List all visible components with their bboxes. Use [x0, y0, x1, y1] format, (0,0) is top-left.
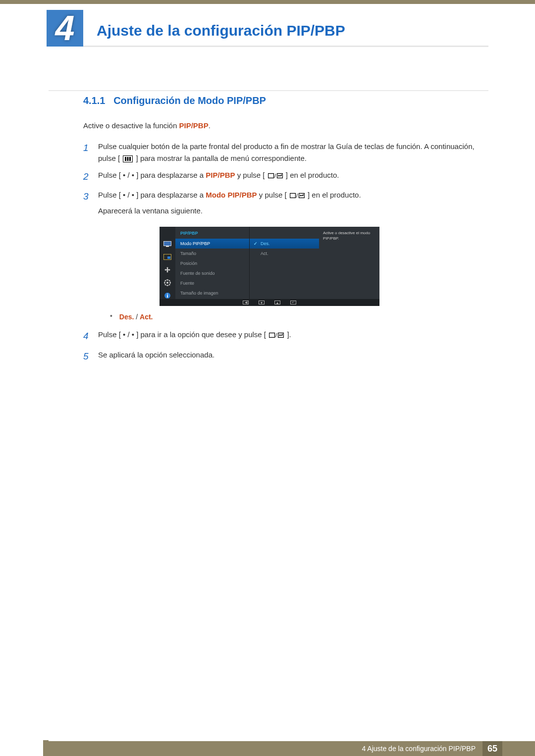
- step-5: 5 Se aplicará la opción seleccionada.: [83, 349, 488, 364]
- svg-rect-27: [269, 333, 275, 338]
- chapter-title: Ajuste de la configuración PIP/PBP: [97, 22, 345, 39]
- svg-rect-4: [268, 174, 273, 178]
- info-icon: [163, 292, 171, 299]
- nav-left-icon: ◀: [243, 301, 249, 304]
- nav-down-icon: ▼: [259, 301, 265, 304]
- step-number: 3: [83, 189, 91, 217]
- footer-text: 4 Ajuste de la configuración PIP/PBP: [362, 741, 482, 756]
- svg-text:/: /: [274, 173, 276, 179]
- source-enter-icon: /: [268, 172, 283, 179]
- keyword-modo-pip-pbp: Modo PIP/PBP: [206, 191, 257, 199]
- svg-rect-1: [125, 157, 126, 161]
- settings-icon: [163, 279, 171, 286]
- bullet-dot: •: [110, 312, 112, 320]
- keyword-pip-pbp: PIP/PBP: [206, 171, 235, 179]
- svg-point-26: [167, 294, 168, 295]
- osd-title: PIP/PBP: [175, 227, 249, 239]
- position-icon: [163, 266, 171, 273]
- page-number: 65: [482, 741, 502, 756]
- step-1: 1 Pulse cualquier botón de la parte fron…: [83, 141, 488, 164]
- svg-point-15: [166, 282, 168, 284]
- osd-sidebar: [160, 227, 175, 306]
- step-number: 2: [83, 169, 91, 184]
- step-number: 4: [83, 329, 91, 344]
- osd-help-text: Active o desactive el modo PIP/PBP.: [319, 227, 379, 306]
- display-icon: [163, 241, 171, 248]
- osd-menu-column: PIP/PBP Modo PIP/PBP Tamaño Posición Fue…: [175, 227, 250, 306]
- step-3: 3 Pulse [ • / • ] para desplazarse a Mod…: [83, 189, 488, 217]
- source-enter-icon: /: [269, 332, 284, 339]
- osd-screenshot: PIP/PBP Modo PIP/PBP Tamaño Posición Fue…: [160, 227, 379, 306]
- section-number: 4.1.1: [83, 95, 105, 106]
- footer-left-stripe: [43, 740, 49, 756]
- options-bullet: • Des. / Act.: [110, 313, 488, 321]
- osd-row: Fuente de sonido: [175, 268, 249, 278]
- chapter-number: 4: [55, 11, 75, 46]
- content-area: 4.1.1 Configuración de Modo PIP/PBP Acti…: [83, 95, 488, 369]
- svg-rect-7: [290, 194, 295, 198]
- svg-rect-25: [167, 295, 168, 298]
- section-line: [49, 90, 488, 91]
- osd-row: Posición: [175, 258, 249, 268]
- svg-text:/: /: [275, 332, 277, 338]
- svg-rect-10: [164, 242, 171, 246]
- pip-icon: [163, 253, 171, 260]
- osd-row-selected: Modo PIP/PBP: [175, 239, 249, 249]
- svg-text:/: /: [296, 193, 298, 199]
- footer-bar: 4 Ajuste de la configuración PIP/PBP 65: [49, 741, 535, 756]
- section-title: Configuración de Modo PIP/PBP: [113, 95, 266, 106]
- title-underline: [83, 46, 488, 47]
- step-4: 4 Pulse [ • / • ] para ir a la opción qu…: [83, 329, 488, 344]
- intro-text: Active o desactive la función PIP/PBP.: [83, 121, 488, 130]
- option-des: Des.: [119, 313, 134, 321]
- svg-rect-2: [127, 157, 129, 161]
- osd-value: Act.: [250, 249, 319, 258]
- option-act: Act.: [140, 313, 153, 321]
- step-number: 5: [83, 349, 91, 364]
- svg-rect-13: [167, 256, 170, 259]
- top-bar: [0, 0, 535, 4]
- osd-row: Tamaño: [175, 249, 249, 258]
- source-enter-icon: /: [290, 192, 305, 199]
- svg-rect-3: [129, 157, 131, 161]
- step-3-extra: Aparecerá la ventana siguiente.: [98, 205, 361, 217]
- nav-enter-icon: ↵: [290, 301, 296, 304]
- svg-rect-11: [166, 246, 169, 247]
- section-heading: 4.1.1 Configuración de Modo PIP/PBP: [83, 95, 488, 106]
- nav-up-icon: ▲: [274, 301, 280, 304]
- osd-row: Tamaño de imagen: [175, 288, 249, 298]
- step-number: 1: [83, 141, 91, 164]
- osd-value-selected: Des.: [250, 239, 319, 249]
- step-2: 2 Pulse [ • / • ] para desplazarse a PIP…: [83, 169, 488, 184]
- osd-values-column: Des. Act.: [250, 227, 319, 306]
- keyword-pip-pbp: PIP/PBP: [179, 121, 208, 130]
- chapter-badge: 4: [47, 10, 83, 47]
- osd-footer: ◀ ▼ ▲ ↵: [160, 299, 379, 306]
- osd-row: Fuente: [175, 278, 249, 288]
- menu-icon: [123, 155, 133, 162]
